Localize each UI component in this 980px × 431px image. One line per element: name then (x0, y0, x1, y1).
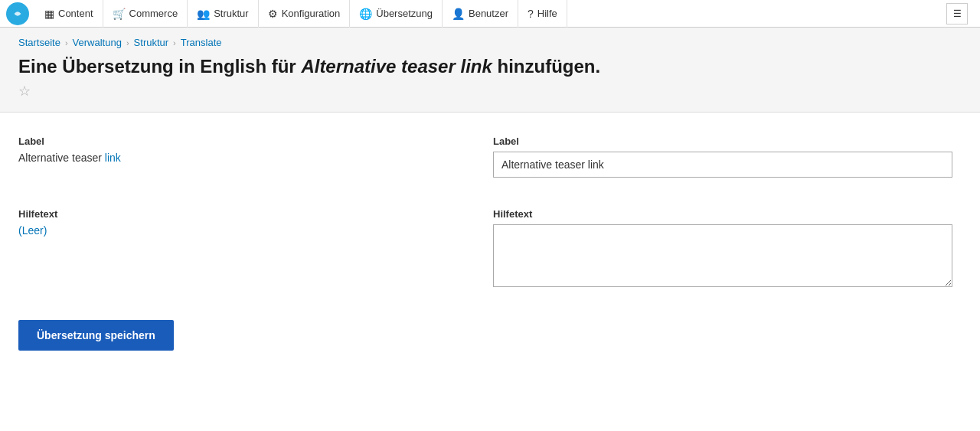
struktur-icon: 👥 (197, 8, 210, 20)
nav-item-hilfe[interactable]: ? Hilfe (518, 0, 567, 28)
logo[interactable] (6, 2, 29, 25)
nav-item-content[interactable]: ▦ Content (35, 0, 103, 28)
nav-toggle-icon[interactable]: ☰ (946, 3, 968, 24)
nav-item-commerce[interactable]: 🛒 Commerce (103, 0, 188, 28)
hilfetext-target-heading: Hilfetext (493, 208, 952, 220)
label-target-col: Label (493, 136, 952, 178)
hilfetext-source-col: Hilfetext (Leer) (18, 208, 462, 289)
hilfetext-form-row: Hilfetext (Leer) Hilfetext (18, 208, 962, 289)
nav-item-ubersetzung[interactable]: 🌐 Übersetzung (350, 0, 443, 28)
nav-item-commerce-label: Commerce (129, 8, 178, 19)
nav-item-ubersetzung-label: Übersetzung (376, 8, 433, 19)
nav-item-struktur-label: Struktur (214, 8, 249, 19)
breadcrumb-sep-3: › (173, 38, 176, 47)
breadcrumb-translate[interactable]: Translate (181, 37, 222, 48)
main-content: Label Alternative teaser link Label Hilf… (0, 113, 980, 374)
form-actions: Übersetzung speichern (18, 320, 962, 351)
nav-item-konfiguration[interactable]: ⚙ Konfiguration (259, 0, 351, 28)
breadcrumb-startseite[interactable]: Startseite (18, 37, 60, 48)
page-title: Eine Übersetzung in English für Alternat… (18, 54, 962, 78)
page-title-suffix: hinzufügen. (492, 56, 600, 77)
page-title-prefix: Eine Übersetzung in English für (18, 56, 301, 77)
label-source-text: Alternative teaser (18, 152, 105, 164)
label-source-heading: Label (18, 136, 462, 147)
nav-item-hilfe-label: Hilfe (537, 8, 557, 19)
hilfe-icon: ? (528, 8, 534, 20)
page-title-italic: Alternative teaser link (301, 56, 492, 77)
top-navigation: ▦ Content 🛒 Commerce 👥 Struktur ⚙ Konfig… (0, 0, 980, 28)
nav-item-konfiguration-label: Konfiguration (282, 8, 341, 19)
label-source-col: Label Alternative teaser link (18, 136, 462, 178)
page-header: Startseite › Verwaltung › Struktur › Tra… (0, 28, 980, 113)
hilfetext-source-heading: Hilfetext (18, 208, 462, 220)
nav-item-struktur[interactable]: 👥 Struktur (188, 0, 259, 28)
hilfetext-textarea[interactable] (493, 224, 952, 287)
favorite-star-icon[interactable]: ☆ (18, 83, 31, 100)
nav-items: ▦ Content 🛒 Commerce 👥 Struktur ⚙ Konfig… (35, 0, 940, 28)
breadcrumb: Startseite › Verwaltung › Struktur › Tra… (18, 37, 962, 48)
label-target-heading: Label (493, 136, 952, 147)
commerce-icon: 🛒 (113, 8, 126, 20)
benutzer-icon: 👤 (452, 8, 465, 20)
content-icon: ▦ (44, 8, 54, 20)
hilfetext-target-col: Hilfetext (493, 208, 952, 289)
hilfetext-source-empty: (Leer) (18, 224, 47, 237)
nav-item-benutzer[interactable]: 👤 Benutzer (443, 0, 518, 28)
ubersetzung-icon: 🌐 (359, 8, 372, 20)
label-source-value: Alternative teaser link (18, 152, 121, 164)
label-input[interactable] (493, 152, 952, 178)
breadcrumb-sep-1: › (65, 38, 68, 47)
breadcrumb-sep-2: › (126, 38, 129, 47)
save-button[interactable]: Übersetzung speichern (18, 320, 174, 351)
label-form-row: Label Alternative teaser link Label (18, 136, 962, 178)
nav-right: ☰ (940, 3, 974, 24)
label-source-link[interactable]: link (105, 152, 121, 164)
breadcrumb-verwaltung[interactable]: Verwaltung (73, 37, 122, 48)
nav-item-content-label: Content (58, 8, 93, 19)
konfiguration-icon: ⚙ (268, 8, 278, 20)
breadcrumb-struktur[interactable]: Struktur (134, 37, 169, 48)
nav-item-benutzer-label: Benutzer (469, 8, 508, 19)
